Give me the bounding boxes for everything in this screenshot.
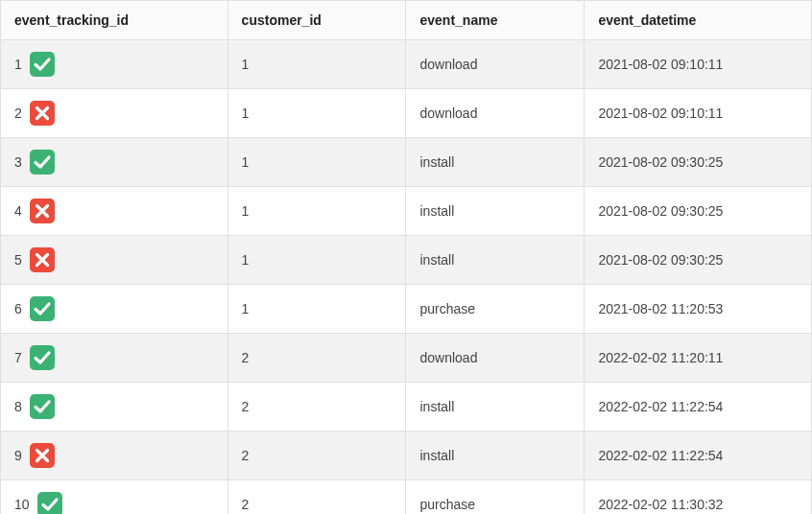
table-row: 102purchase2022-02-02 11:30:32 xyxy=(1,480,812,515)
check-icon xyxy=(37,492,62,514)
row-id: 9 xyxy=(14,448,22,463)
cell-event-name: purchase xyxy=(406,285,585,334)
row-id: 2 xyxy=(14,105,22,121)
cell-customer-id: 1 xyxy=(227,138,406,187)
column-header-event-datetime: event_datetime xyxy=(585,1,812,40)
cell-event-tracking-id: 2 xyxy=(1,89,228,138)
cell-event-datetime: 2021-08-02 09:30:25 xyxy=(585,236,812,285)
check-icon xyxy=(30,150,55,175)
cell-event-datetime: 2021-08-02 09:10:11 xyxy=(585,89,812,138)
cell-event-name: install xyxy=(406,138,585,187)
row-id: 6 xyxy=(14,301,22,316)
cell-event-name: install xyxy=(406,432,585,480)
cell-event-datetime: 2021-08-02 11:20:53 xyxy=(585,285,812,334)
cell-event-datetime: 2022-02-02 11:20:11 xyxy=(585,334,812,383)
cell-event-datetime: 2022-02-02 11:30:32 xyxy=(585,480,812,515)
cell-customer-id: 2 xyxy=(227,480,406,515)
cell-event-datetime: 2022-02-02 11:22:54 xyxy=(585,383,812,432)
row-id: 5 xyxy=(14,252,22,268)
cell-customer-id: 1 xyxy=(227,40,406,89)
cell-customer-id: 1 xyxy=(227,89,406,138)
row-id: 1 xyxy=(14,57,22,72)
cell-event-tracking-id: 9 xyxy=(1,432,228,480)
table-body: 11download2021-08-02 09:10:1121download2… xyxy=(1,40,812,515)
table-header: event_tracking_id customer_id event_name… xyxy=(1,1,812,40)
cell-event-tracking-id: 3 xyxy=(1,138,228,187)
cell-event-datetime: 2021-08-02 09:10:11 xyxy=(585,40,812,89)
cross-icon xyxy=(30,101,55,126)
row-id: 7 xyxy=(14,350,22,365)
column-header-customer-id: customer_id xyxy=(227,1,406,40)
table-row: 41install2021-08-02 09:30:25 xyxy=(1,187,812,236)
cell-customer-id: 2 xyxy=(227,334,406,383)
table-row: 72download2022-02-02 11:20:11 xyxy=(1,334,812,383)
row-id: 8 xyxy=(14,399,22,414)
cell-event-tracking-id: 8 xyxy=(1,383,228,432)
cell-event-tracking-id: 10 xyxy=(1,480,228,515)
check-icon xyxy=(30,52,55,77)
cross-icon xyxy=(30,443,55,468)
cell-event-name: download xyxy=(406,89,585,138)
cell-customer-id: 1 xyxy=(227,236,406,285)
cell-event-datetime: 2021-08-02 09:30:25 xyxy=(585,187,812,236)
cross-icon xyxy=(30,247,55,272)
cell-event-tracking-id: 6 xyxy=(1,285,228,334)
row-id: 10 xyxy=(14,497,30,512)
events-table: event_tracking_id customer_id event_name… xyxy=(0,0,812,514)
row-id: 4 xyxy=(14,203,22,219)
table-row: 21download2021-08-02 09:10:11 xyxy=(1,89,812,138)
cell-event-name: purchase xyxy=(406,480,585,515)
cell-event-name: install xyxy=(406,187,585,236)
table-row: 61purchase2021-08-02 11:20:53 xyxy=(1,285,812,334)
cell-event-name: install xyxy=(406,236,585,285)
cell-customer-id: 1 xyxy=(227,285,406,334)
column-header-event-tracking-id: event_tracking_id xyxy=(1,1,228,40)
cell-event-datetime: 2022-02-02 11:22:54 xyxy=(585,432,812,480)
cell-event-name: install xyxy=(406,383,585,432)
table-row: 82install2022-02-02 11:22:54 xyxy=(1,383,812,432)
cell-event-tracking-id: 1 xyxy=(1,40,228,89)
table-row: 11download2021-08-02 09:10:11 xyxy=(1,40,812,89)
cell-event-tracking-id: 5 xyxy=(1,236,228,285)
check-icon xyxy=(30,394,55,419)
cell-event-name: download xyxy=(406,40,585,89)
check-icon xyxy=(30,296,55,321)
cross-icon xyxy=(30,199,55,223)
row-id: 3 xyxy=(14,154,22,170)
cell-customer-id: 2 xyxy=(227,383,406,432)
cell-event-datetime: 2021-08-02 09:30:25 xyxy=(585,138,812,187)
column-header-event-name: event_name xyxy=(406,1,585,40)
table-row: 92install2022-02-02 11:22:54 xyxy=(1,432,812,480)
cell-event-tracking-id: 4 xyxy=(1,187,228,236)
check-icon xyxy=(30,345,55,370)
cell-event-name: download xyxy=(406,334,585,383)
cell-event-tracking-id: 7 xyxy=(1,334,228,383)
table-row: 31install2021-08-02 09:30:25 xyxy=(1,138,812,187)
cell-customer-id: 2 xyxy=(227,432,406,480)
table-row: 51install2021-08-02 09:30:25 xyxy=(1,236,812,285)
cell-customer-id: 1 xyxy=(227,187,406,236)
